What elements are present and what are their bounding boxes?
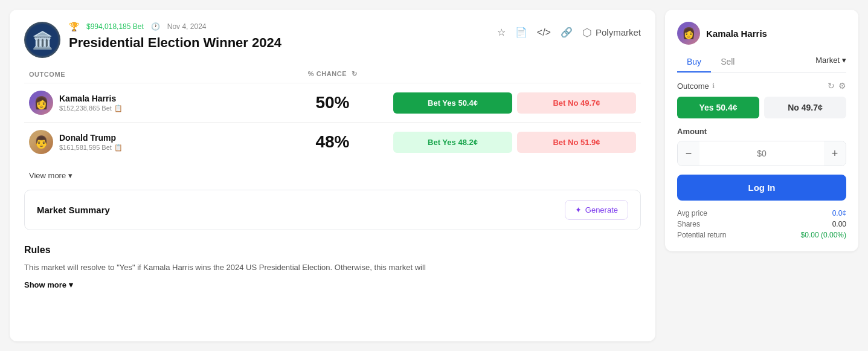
info-icon: ℹ	[712, 82, 715, 90]
outcome-row-panel: Outcome ℹ ↻ ⚙	[677, 81, 846, 91]
amount-label: Amount	[677, 127, 846, 136]
document-icon[interactable]: 📄	[514, 25, 529, 39]
copy-icon[interactable]: 📋	[114, 144, 123, 152]
header-text-block: 🏆 $994,018,185 Bet 🕐 Nov 4, 2024 Preside…	[69, 22, 281, 51]
header-right: ☆ 📄 </> 🔗 ⬡ Polymarket	[496, 25, 641, 39]
harris-bet: $152,238,865 Bet 📋	[59, 105, 123, 112]
right-panel: 👩 Kamala Harris Buy Sell Market ▾ Outcom…	[665, 10, 858, 251]
polymarket-icon: ⬡	[582, 26, 592, 39]
code-icon[interactable]: </>	[536, 25, 552, 39]
copy-icon[interactable]: 📋	[114, 105, 123, 112]
outcome-buttons: Yes 50.4¢ No 49.7¢	[677, 97, 846, 118]
table-row: 👨 Donald Trump $161,581,595 Bet 📋 48% Be…	[24, 122, 641, 161]
login-button[interactable]: Log In	[677, 175, 846, 201]
trophy-icon: 🏆	[69, 22, 79, 31]
trump-bet-no-btn[interactable]: Bet No 51.9¢	[517, 132, 636, 153]
decrement-btn[interactable]: −	[678, 141, 699, 166]
stat-avg-price: Avg price 0.0¢	[677, 209, 846, 217]
increment-btn[interactable]: +	[824, 141, 846, 166]
amount-input[interactable]	[699, 149, 824, 158]
clock-icon: 🕐	[151, 22, 160, 31]
market-summary-title: Market Summary	[37, 205, 110, 215]
candidate-trump: 👨 Donald Trump $161,581,595 Bet 📋	[29, 130, 272, 154]
trump-actions: Bet Yes 48.2¢ Bet No 51.9¢	[393, 132, 636, 153]
harris-chance: 50%	[272, 93, 393, 112]
refresh-icon-btn[interactable]: ↻	[828, 81, 835, 91]
col-chance-header: % CHANCE ↻	[272, 70, 393, 78]
rules-section: Rules This market will resolve to "Yes" …	[24, 245, 641, 289]
chevron-down-icon: ▾	[842, 56, 846, 65]
rules-title: Rules	[24, 245, 641, 256]
table-header: OUTCOME % CHANCE ↻	[24, 70, 641, 83]
view-more-button[interactable]: View more ▾	[24, 166, 77, 190]
polymarket-badge: ⬡ Polymarket	[582, 26, 641, 39]
refresh-icon: ↻	[352, 70, 358, 77]
avg-price-value: 0.0¢	[832, 209, 846, 217]
shares-value: 0.00	[832, 220, 846, 228]
tab-buy[interactable]: Buy	[677, 53, 711, 72]
rules-text: This market will resolve to "Yes" if Kam…	[24, 262, 641, 274]
harris-bet-no-btn[interactable]: Bet No 49.7¢	[517, 92, 636, 114]
trump-chance: 48%	[272, 132, 393, 152]
harris-name: Kamala Harris	[59, 94, 123, 103]
panel-avatar: 👩	[677, 22, 700, 45]
main-content: 🏛️ 🏆 $994,018,185 Bet 🕐 Nov 4, 2024 Pres…	[10, 10, 655, 341]
settings-icon-btn[interactable]: ⚙	[838, 81, 846, 91]
show-more-button[interactable]: Show more ▾	[24, 280, 73, 289]
panel-username: Kamala Harris	[706, 28, 767, 39]
link-icon[interactable]: 🔗	[559, 25, 574, 39]
harris-actions: Bet Yes 50.4¢ Bet No 49.7¢	[393, 92, 636, 114]
generate-button[interactable]: ✦ Generate	[565, 200, 628, 220]
amount-input-row: − +	[677, 141, 846, 166]
page-title: Presidential Election Winner 2024	[69, 35, 281, 51]
potential-return-value: $0.00 (0.00%)	[801, 231, 846, 239]
trump-name: Donald Trump	[59, 133, 123, 143]
header-left: 🏛️ 🏆 $994,018,185 Bet 🕐 Nov 4, 2024 Pres…	[24, 22, 281, 58]
candidate-harris: 👩 Kamala Harris $152,238,865 Bet 📋	[29, 91, 272, 115]
outcomes-table: OUTCOME % CHANCE ↻ 👩 Kamala Harris $152,…	[24, 70, 641, 161]
outcome-label: Outcome ℹ	[677, 82, 715, 91]
market-type-select[interactable]: Market ▾	[815, 56, 846, 69]
harris-info: Kamala Harris $152,238,865 Bet 📋	[59, 94, 123, 112]
outcome-no-btn[interactable]: No 49.7¢	[764, 97, 846, 118]
col-outcome-header: OUTCOME	[29, 71, 272, 78]
stats-row: Avg price 0.0¢ Shares 0.00 Potential ret…	[677, 209, 846, 239]
presidential-seal: 🏛️	[24, 22, 60, 58]
avatar-harris: 👩	[29, 91, 53, 115]
header-date: Nov 4, 2024	[167, 22, 207, 31]
market-summary-card: Market Summary ✦ Generate	[24, 190, 641, 230]
outcome-icons: ↻ ⚙	[828, 81, 846, 91]
trump-bet-yes-btn[interactable]: Bet Yes 48.2¢	[393, 132, 512, 153]
table-row: 👩 Kamala Harris $152,238,865 Bet 📋 50% B…	[24, 83, 641, 122]
chevron-down-icon: ▾	[69, 280, 73, 289]
header-icons: ☆ 📄 </> 🔗	[496, 25, 574, 39]
header-row: 🏛️ 🏆 $994,018,185 Bet 🕐 Nov 4, 2024 Pres…	[24, 22, 641, 58]
stat-potential-return: Potential return $0.00 (0.00%)	[677, 231, 846, 239]
star-icon[interactable]: ☆	[496, 25, 507, 39]
harris-bet-yes-btn[interactable]: Bet Yes 50.4¢	[393, 92, 512, 114]
outcome-yes-btn[interactable]: Yes 50.4¢	[677, 97, 759, 118]
panel-user-row: 👩 Kamala Harris	[677, 22, 846, 45]
trump-info: Donald Trump $161,581,595 Bet 📋	[59, 133, 123, 152]
tab-sell[interactable]: Sell	[711, 53, 744, 72]
chevron-down-icon: ▾	[68, 171, 72, 180]
trump-bet: $161,581,595 Bet 📋	[59, 144, 123, 152]
sparkle-icon: ✦	[575, 205, 582, 214]
bet-amount: $994,018,185 Bet	[86, 22, 144, 31]
polymarket-label: Polymarket	[596, 27, 641, 37]
avatar-trump: 👨	[29, 130, 53, 154]
header-meta: 🏆 $994,018,185 Bet 🕐 Nov 4, 2024	[69, 22, 281, 31]
stat-shares: Shares 0.00	[677, 220, 846, 228]
panel-tabs: Buy Sell Market ▾	[677, 53, 846, 72]
